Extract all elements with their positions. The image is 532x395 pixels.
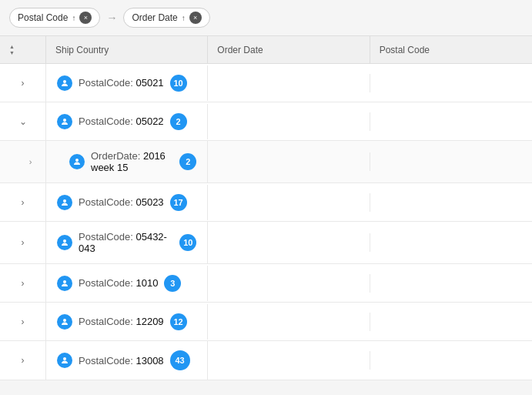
row-data-cell: PostalCode: 05021 10 bbox=[46, 65, 208, 101]
row-data-cell: PostalCode: 13008 43 bbox=[46, 341, 208, 380]
svg-point-4 bbox=[63, 239, 66, 243]
count-badge: 2 bbox=[179, 153, 196, 170]
header-order-date: Order Date bbox=[208, 36, 370, 63]
header-postal-code: Postal Code bbox=[370, 36, 532, 63]
table-row: › OrderDate: 2016 week 15 2 bbox=[0, 141, 532, 183]
sort-asc-icon: ↑ bbox=[72, 14, 75, 22]
row-data-cell: PostalCode: 12209 12 bbox=[46, 304, 208, 340]
order-date-close-button[interactable]: × bbox=[189, 12, 202, 24]
order-date-filter-label: Order Date bbox=[132, 12, 177, 23]
count-badge: 2 bbox=[170, 113, 187, 130]
expand-button[interactable]: › bbox=[0, 222, 46, 263]
count-badge: 10 bbox=[179, 234, 196, 251]
table-row: › PostalCode: 05432-043 10 bbox=[0, 222, 532, 264]
empty-cell bbox=[208, 351, 370, 370]
expand-button[interactable]: ⌄ bbox=[0, 102, 46, 140]
group-icon bbox=[57, 235, 72, 250]
empty-cell bbox=[370, 193, 532, 212]
table-row: › PostalCode: 12209 12 bbox=[0, 303, 532, 341]
empty-cell bbox=[370, 274, 532, 293]
row-data-cell: PostalCode: 1010 3 bbox=[46, 266, 208, 301]
group-icon bbox=[57, 276, 72, 291]
arrow-separator: → bbox=[106, 12, 117, 24]
group-label: OrderDate: 2016 week 15 bbox=[91, 150, 173, 173]
empty-cell bbox=[208, 274, 370, 293]
empty-cell bbox=[208, 74, 370, 92]
table-row: ⌄ PostalCode: 05022 2 bbox=[0, 102, 532, 141]
header-expand: ▲ ▼ bbox=[0, 36, 46, 63]
expand-button[interactable]: › bbox=[0, 183, 46, 221]
empty-cell bbox=[208, 152, 370, 171]
svg-point-6 bbox=[63, 319, 66, 322]
table-row: › PostalCode: 05021 10 bbox=[0, 64, 532, 102]
empty-cell bbox=[370, 112, 532, 131]
table-row: › PostalCode: 1010 3 bbox=[0, 264, 532, 303]
table-container: ▲ ▼ Ship Country Order Date Postal Code … bbox=[0, 36, 532, 392]
empty-cell bbox=[370, 313, 532, 331]
sort-asc-icon-2: ↑ bbox=[182, 14, 186, 22]
empty-cell bbox=[208, 112, 370, 131]
svg-point-2 bbox=[75, 159, 79, 162]
count-badge: 3 bbox=[164, 275, 181, 292]
order-date-filter[interactable]: Order Date ↑ × bbox=[123, 8, 209, 28]
table-header: ▲ ▼ Ship Country Order Date Postal Code bbox=[0, 36, 532, 64]
empty-cell bbox=[208, 313, 370, 331]
empty-cell bbox=[208, 193, 370, 212]
row-data-cell: PostalCode: 05022 2 bbox=[46, 104, 208, 139]
row-data-cell: OrderDate: 2016 week 15 2 bbox=[46, 141, 208, 182]
count-badge: 10 bbox=[170, 75, 187, 92]
count-badge: 12 bbox=[170, 313, 187, 330]
group-label: PostalCode: 12209 bbox=[79, 316, 164, 327]
svg-point-5 bbox=[63, 280, 66, 283]
table-row: › PostalCode: 05023 17 bbox=[0, 183, 532, 222]
expand-button[interactable]: › bbox=[0, 264, 46, 302]
group-label: PostalCode: 13008 bbox=[79, 355, 164, 367]
header-ship-country: Ship Country bbox=[46, 36, 208, 63]
empty-cell bbox=[370, 152, 532, 171]
svg-point-7 bbox=[63, 357, 66, 360]
table-row: › PostalCode: 13008 43 bbox=[0, 341, 532, 380]
toolbar: Postal Code ↑ × → Order Date ↑ × bbox=[0, 0, 532, 36]
group-icon bbox=[57, 114, 72, 129]
row-data-cell: PostalCode: 05023 17 bbox=[46, 185, 208, 220]
group-icon bbox=[57, 75, 72, 91]
group-label: PostalCode: 05023 bbox=[79, 196, 164, 208]
group-label: PostalCode: 05432-043 bbox=[79, 231, 173, 254]
empty-cell bbox=[370, 233, 532, 252]
postal-code-filter-label: Postal Code bbox=[18, 12, 68, 23]
group-icon bbox=[57, 314, 72, 330]
group-label: PostalCode: 1010 bbox=[79, 277, 158, 289]
expand-button[interactable]: › bbox=[0, 303, 46, 340]
postal-code-close-button[interactable]: × bbox=[79, 12, 92, 24]
row-data-cell: PostalCode: 05432-043 10 bbox=[46, 222, 208, 263]
svg-point-1 bbox=[63, 119, 66, 122]
empty-cell bbox=[370, 351, 532, 370]
expand-button[interactable]: › bbox=[0, 141, 46, 182]
group-label: PostalCode: 05021 bbox=[79, 77, 164, 89]
count-badge: 17 bbox=[170, 194, 187, 211]
empty-cell bbox=[370, 74, 532, 92]
group-icon bbox=[57, 353, 72, 368]
count-badge: 43 bbox=[170, 350, 190, 370]
svg-point-0 bbox=[63, 80, 66, 83]
expand-button[interactable]: › bbox=[0, 64, 46, 102]
expand-button[interactable]: › bbox=[0, 341, 46, 380]
svg-point-3 bbox=[63, 199, 66, 203]
group-icon bbox=[57, 195, 72, 210]
empty-cell bbox=[208, 233, 370, 252]
postal-code-filter[interactable]: Postal Code ↑ × bbox=[9, 8, 100, 28]
group-label: PostalCode: 05022 bbox=[79, 115, 164, 127]
group-icon bbox=[69, 154, 85, 169]
